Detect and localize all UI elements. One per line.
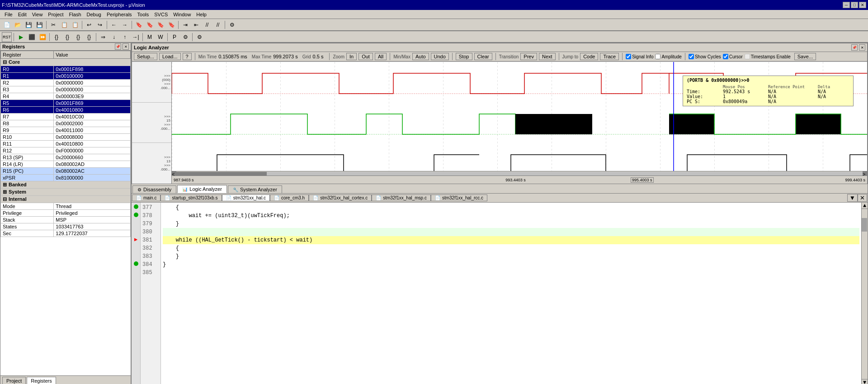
show-cycles-checkbox[interactable] [689, 54, 694, 59]
vscroll-track[interactable] [862, 209, 868, 379]
table-row[interactable]: R11 0x40010800 [1, 141, 131, 147]
table-row[interactable]: R6 0x40010800 [1, 107, 131, 114]
vscroll-up-btn[interactable]: ▲ [862, 203, 868, 209]
code-tab-hal[interactable]: 📄 stm32f1xx_hal.c [222, 194, 270, 201]
bookmark4-btn[interactable]: 🔖 [166, 20, 176, 30]
bp-383[interactable] [132, 251, 140, 260]
table-row[interactable]: R4 0x000003E9 [1, 93, 131, 100]
table-row[interactable]: R3 0x00000000 [1, 86, 131, 93]
la-undo-btn[interactable]: Undo [431, 53, 449, 60]
step-into-btn[interactable]: ↓ [109, 32, 119, 42]
undo-btn[interactable]: ↩ [84, 20, 94, 30]
code-tab-msp[interactable]: 📄 stm32f1xx_hal_msp.c [372, 194, 431, 201]
la-zoom-all-btn[interactable]: All [375, 53, 387, 60]
table-row[interactable]: xPSR 0x81000000 [1, 175, 131, 181]
table-row[interactable]: R2 0x00000000 [1, 80, 131, 86]
menu-peripherals[interactable]: Peripherals [104, 11, 135, 18]
table-row[interactable]: R7 0x40010C00 [1, 114, 131, 120]
build-btn[interactable]: ⚙ [227, 20, 237, 30]
comment-btn[interactable]: // [202, 20, 212, 30]
table-row[interactable]: Sec 129.17722037 [1, 230, 131, 237]
menu-tools[interactable]: Tools [135, 11, 152, 18]
scroll-thumb[interactable] [176, 172, 267, 175]
menu-window[interactable]: Window [170, 11, 193, 18]
la-next-btn[interactable]: Next [539, 53, 556, 60]
la-clear-btn[interactable]: Clear [474, 53, 492, 60]
unindent-btn[interactable]: ⇤ [191, 20, 201, 30]
la-setup-btn[interactable]: Setup... [134, 53, 157, 60]
step-out-btn[interactable]: ↑ [120, 32, 130, 42]
menu-project[interactable]: Project [45, 11, 66, 18]
la-code-btn[interactable]: Code [580, 53, 598, 60]
menu-debug[interactable]: Debug [84, 11, 104, 18]
registers-scroll[interactable]: Register Value ⊟Core R0 0x0001F898 R1 0x… [0, 51, 131, 375]
table-row[interactable]: R5 0x0001F869 [1, 100, 131, 107]
bp-382[interactable] [132, 243, 140, 251]
code-vscrollbar[interactable]: ▲ ▼ [861, 203, 868, 384]
bookmark3-btn[interactable]: 🔖 [156, 20, 165, 30]
tab-logic-analyzer[interactable]: 📊 Logic Analyzer [177, 185, 227, 193]
la-zoom-out-btn[interactable]: Out [359, 53, 373, 60]
step-over-btn[interactable]: ⇒ [98, 32, 108, 42]
table-row[interactable]: R13 (SP) 0x20000660 [1, 154, 131, 161]
cut-btn[interactable]: ✂ [48, 20, 58, 30]
table-row[interactable]: Mode Thread [1, 203, 131, 210]
step-btn[interactable]: ⏩ [38, 32, 47, 42]
la-save-btn[interactable]: Save... [794, 53, 816, 60]
menu-flash[interactable]: Flash [66, 11, 84, 18]
save-all-btn[interactable]: 💾 [34, 20, 44, 30]
reg-group-internal[interactable]: ⊟Internal [1, 196, 131, 203]
la-zoom-in-btn[interactable]: In [346, 53, 357, 60]
amplitude-checkbox[interactable] [655, 54, 660, 59]
copy-btn[interactable]: 📋 [59, 20, 69, 30]
menu-help[interactable]: Help [193, 11, 209, 18]
bp-380[interactable] [132, 227, 140, 235]
table-row[interactable]: R8 0x00002000 [1, 120, 131, 127]
bp-378[interactable] [132, 211, 140, 219]
la-load-btn[interactable]: Load... [159, 53, 181, 60]
table-row[interactable]: R14 (LR) 0x080002AD [1, 161, 131, 168]
bp-379[interactable] [132, 219, 140, 227]
code-tab-main[interactable]: 📄 main.c [132, 194, 160, 201]
braces-btn[interactable]: {} [52, 32, 61, 42]
signal-info-checkbox[interactable] [626, 54, 631, 59]
open-btn[interactable]: 📂 [13, 20, 23, 30]
la-trace-btn[interactable]: Trace [600, 53, 619, 60]
table-row[interactable]: R0 0x0001F898 [1, 66, 131, 73]
vscroll-down-btn[interactable]: ▼ [862, 379, 868, 384]
waveform-canvas[interactable]: 1 0 (PORTB & 0x00000000)>>0 Mouse Pos Re… [172, 62, 867, 184]
braces3-btn[interactable]: {} [73, 32, 83, 42]
code-tab-core[interactable]: 📄 core_cm3.h [270, 194, 309, 201]
menu-svcs[interactable]: SVCS [151, 11, 170, 18]
run-btn[interactable]: ▶ [16, 32, 26, 42]
table-row[interactable]: States 1033417763 [1, 223, 131, 230]
table-row[interactable]: R12 0xF0000000 [1, 147, 131, 154]
scroll-track[interactable] [176, 172, 863, 175]
indent-btn[interactable]: ⇥ [180, 20, 190, 30]
redo-btn[interactable]: ↪ [95, 20, 105, 30]
table-row[interactable]: R10 0x00008000 [1, 134, 131, 141]
tab-close-btn[interactable]: ✕ [858, 194, 867, 202]
run-to-btn[interactable]: →| [131, 32, 141, 42]
la-close-btn[interactable]: ✕ [859, 44, 865, 51]
cursor-checkbox[interactable] [723, 54, 728, 59]
maximize-button[interactable]: □ [851, 2, 858, 8]
tab-registers[interactable]: Registers [27, 377, 56, 384]
menu-view[interactable]: View [29, 11, 46, 18]
reset-btn[interactable]: RST [2, 32, 12, 42]
nav-fwd-btn[interactable]: → [120, 20, 130, 30]
watch-btn[interactable]: W [156, 32, 165, 42]
table-row[interactable]: R15 (PC) 0x080002AC [1, 168, 131, 175]
bp-384[interactable] [132, 260, 140, 268]
waveform-scrollbar[interactable]: < > [172, 171, 867, 175]
braces4-btn[interactable]: {} [84, 32, 94, 42]
table-row[interactable]: R9 0x40011000 [1, 127, 131, 134]
scroll-right-btn[interactable]: > [863, 171, 867, 176]
code-tab-rcc[interactable]: 📄 stm32f1xx_hal_rcc.c [431, 194, 487, 201]
la-auto-btn[interactable]: Auto [412, 53, 429, 60]
periph-btn[interactable]: P [170, 32, 179, 42]
scroll-left-btn[interactable]: < [172, 171, 176, 176]
reg-group-core[interactable]: ⊟Core [1, 59, 131, 66]
close-button[interactable]: ✕ [859, 2, 866, 8]
tab-scroll-btn[interactable]: ▼ [847, 194, 858, 202]
